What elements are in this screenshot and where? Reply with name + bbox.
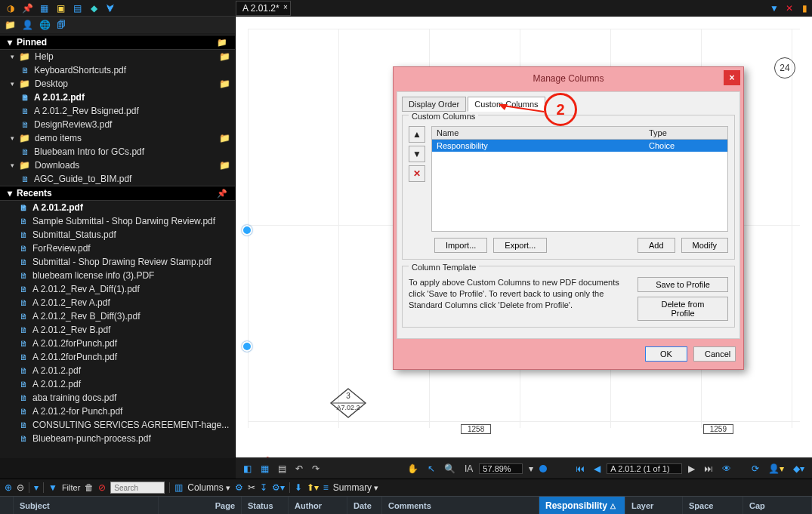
hide-icon[interactable]: ▾ xyxy=(34,482,39,493)
page-thumb-icon[interactable]: ▦ xyxy=(258,463,272,475)
import-button[interactable]: Import... xyxy=(434,238,487,253)
delete-row-button[interactable]: ✕ xyxy=(409,165,425,182)
columns-icon[interactable]: ▥ xyxy=(174,482,183,493)
sync-icon[interactable]: ⟳ xyxy=(749,463,762,475)
col-page[interactable]: Page xyxy=(159,497,242,514)
col-responsibility[interactable]: Responsibility△ xyxy=(539,497,625,514)
text-icon[interactable]: IA xyxy=(462,463,476,475)
doc-icon[interactable]: 🗐 xyxy=(57,20,66,30)
columns-dropdown[interactable]: Columns ▾ xyxy=(187,482,230,493)
page-field[interactable] xyxy=(607,463,682,474)
manage-columns-gear-icon[interactable]: ⚙ xyxy=(235,482,243,493)
toolbar-pin-icon[interactable]: 📌 xyxy=(21,2,33,14)
close-tab-icon[interactable]: × xyxy=(283,3,288,11)
file-row[interactable]: 🗎A 2.01.2.pdf xyxy=(0,364,235,377)
cancel-button[interactable]: Cancel xyxy=(693,346,736,362)
folder-row[interactable]: ▾📁demo items📁 xyxy=(0,131,235,145)
file-row[interactable]: 🗎A 2.01.2_Rev A.pdf xyxy=(0,296,235,309)
bookmark-bubble[interactable] xyxy=(242,341,252,352)
pointer-icon[interactable]: ↖ xyxy=(425,463,438,475)
move-up-button[interactable]: ▲ xyxy=(409,126,425,143)
export-button[interactable]: Export... xyxy=(493,238,547,253)
table-row[interactable]: Responsibility Choice xyxy=(432,140,727,152)
file-row[interactable]: 🗎A 2.01.2forPunch.pdf xyxy=(0,350,235,364)
file-row[interactable]: 🗎bluebeam license info (3).PDF xyxy=(0,269,235,282)
layers-icon[interactable]: 👤▾ xyxy=(765,463,787,475)
file-row[interactable]: 🗎ForReview.pdf xyxy=(0,242,235,255)
export-icon[interactable]: ⬆▾ xyxy=(307,482,319,493)
folder-row[interactable]: ▾📁Desktop📁 xyxy=(0,77,235,91)
toolbar-window-icon[interactable]: ▤ xyxy=(71,2,83,14)
delete-from-profile-button[interactable]: Delete from Profile xyxy=(638,297,728,321)
pan-icon[interactable]: ✋ xyxy=(404,463,421,475)
col-subject[interactable]: Subject xyxy=(14,497,159,514)
ok-button[interactable]: OK xyxy=(645,346,687,362)
checkin-icon[interactable]: ↧ xyxy=(260,482,267,493)
folder-row[interactable]: ▾📁Help📁 xyxy=(0,50,235,63)
file-row[interactable]: 🗎aba training docs.pdf xyxy=(0,391,235,405)
rotate-left-icon[interactable]: ↶ xyxy=(292,463,306,475)
add-folder-icon[interactable]: 📁 xyxy=(217,38,227,48)
col-layer[interactable]: Layer xyxy=(625,497,683,514)
add-button[interactable]: Add xyxy=(638,238,675,253)
search-input[interactable] xyxy=(110,482,165,494)
zoom-icon[interactable]: 🔍 xyxy=(441,463,458,475)
page-nav-icon[interactable]: ◧ xyxy=(240,463,255,475)
file-row[interactable]: 🗎A 2.01.2_Rev Bsigned.pdf xyxy=(0,104,235,118)
settings-icon[interactable]: ◆▾ xyxy=(790,463,807,475)
dialog-titlebar[interactable]: Manage Columns × xyxy=(394,67,743,88)
file-row[interactable]: 🗎Bluebeam-punch-process.pdf xyxy=(0,432,235,445)
folder-row[interactable]: ▾📁Downloads📁 xyxy=(0,159,235,172)
dialog-close-button[interactable]: × xyxy=(724,70,740,85)
file-row[interactable]: 🗎KeyboardShortcuts.pdf xyxy=(0,63,235,77)
col-comments[interactable]: Comments xyxy=(382,497,539,514)
last-page-icon[interactable]: ⏭ xyxy=(701,463,716,475)
pinned-header[interactable]: ▾Pinned 📁 xyxy=(0,35,235,50)
first-page-icon[interactable]: ⏮ xyxy=(573,463,588,475)
trash-icon[interactable]: 🗑 xyxy=(85,482,94,493)
import-icon[interactable]: ⬇ xyxy=(295,482,302,493)
file-row[interactable]: 🗎A 2.01.2_Rev A_Diff(1).pdf xyxy=(0,282,235,296)
clear-filter-icon[interactable]: ⊘ xyxy=(98,482,106,493)
folder-view-icon[interactable]: 📁 xyxy=(5,20,16,30)
expand-icon[interactable]: ⊕ xyxy=(5,482,12,493)
page-layout-icon[interactable]: ▤ xyxy=(275,463,289,475)
file-row[interactable]: 🗎DesignReview3.pdf xyxy=(0,118,235,131)
prev-page-icon[interactable]: ◀ xyxy=(591,463,604,475)
file-row[interactable]: 🗎Sample Submittal - Shop Darwing Review.… xyxy=(0,214,235,228)
modify-button[interactable]: Modify xyxy=(681,238,728,253)
app-icon[interactable]: ◑ xyxy=(5,2,17,14)
file-row[interactable]: 🗎A 2.01.2_Rev B_Diff(3).pdf xyxy=(0,309,235,323)
summary-dropdown[interactable]: Summary ▾ xyxy=(333,482,378,493)
file-row[interactable]: 🗎A 2.01.2-for Punch.pdf xyxy=(0,405,235,418)
toolbar-arrowdown-icon[interactable]: ⮟ xyxy=(104,2,116,14)
file-row[interactable]: 🗎A 2.01.2forPunch.pdf xyxy=(0,337,235,350)
cut-icon[interactable]: ✂ xyxy=(248,482,255,493)
toolbar-diamond-icon[interactable]: ◆ xyxy=(88,2,100,14)
filter-icon[interactable]: ▼ xyxy=(48,482,57,493)
col-author[interactable]: Author xyxy=(289,497,347,514)
col-status[interactable]: Status xyxy=(242,497,289,514)
tab-display-order[interactable]: Display Order xyxy=(402,97,466,112)
file-row[interactable]: 🗎Submittal - Shop Drawing Review Stamp.p… xyxy=(0,255,235,269)
file-row[interactable]: 🗎A 2.01.2_Rev B.pdf xyxy=(0,323,235,337)
file-row[interactable]: 🗎Bluebeam Intro for GCs.pdf xyxy=(0,145,235,159)
col-cap[interactable]: Cap xyxy=(743,497,812,514)
save-to-profile-button[interactable]: Save to Profile xyxy=(638,277,728,292)
move-down-button[interactable]: ▼ xyxy=(409,146,425,162)
file-row[interactable]: 🗎Submittal_Status.pdf xyxy=(0,228,235,242)
file-row[interactable]: 🗎A 2.01.2.pdf xyxy=(0,201,235,214)
window-misc-icon[interactable]: ▮ xyxy=(797,0,812,17)
document-tab[interactable]: A 2.01.2* × xyxy=(236,1,291,16)
col-checkbox[interactable] xyxy=(0,497,14,514)
pin-icon[interactable]: 📌 xyxy=(217,189,227,199)
toolbar-box-icon[interactable]: ▣ xyxy=(54,2,66,14)
next-page-icon[interactable]: ▶ xyxy=(685,463,698,475)
file-row[interactable]: 🗎A 2.01.2.pdf xyxy=(0,377,235,391)
toolbar-grid-icon[interactable]: ▦ xyxy=(38,2,50,14)
window-close-icon[interactable]: ✕ xyxy=(782,0,797,17)
recents-header[interactable]: ▾Recents 📌 xyxy=(0,186,235,201)
globe-icon[interactable]: 🌐 xyxy=(39,20,51,30)
zoom-dropdown-icon[interactable]: ▾ xyxy=(526,463,536,475)
gear-dropdown-icon[interactable]: ⚙▾ xyxy=(272,482,285,493)
